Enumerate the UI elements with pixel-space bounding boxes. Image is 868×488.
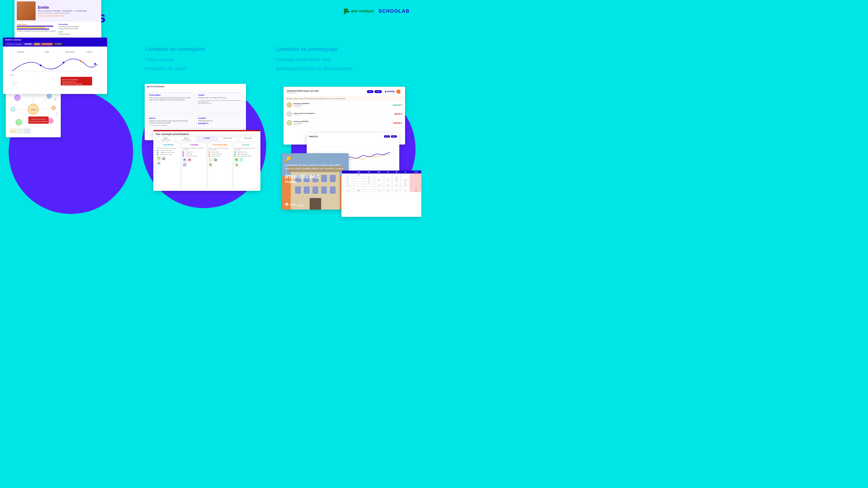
svg-text:Timeline: Timeline [9,74,15,76]
col-header-1: 144 [364,170,374,174]
card-spreadsheet: 232 144 160 80 80 60 Final 14 14 [341,170,421,217]
svg-text:Plan: Plan [26,131,29,132]
svg-rect-96 [310,198,321,209]
col-item-conception-0: Fiches concept [145,56,276,62]
tier-2: TIER 2 low feasibility [176,136,196,142]
svg-point-8 [63,62,64,63]
trans-row-0: Benjamin BARUCH ref: 1234/789 10 fév 202… [283,101,405,109]
svg-text:Costs: Costs [11,131,14,132]
svg-rect-57 [28,117,49,124]
svg-line-38 [38,98,48,106]
col-header-2: 160 [374,170,384,174]
col-item-conception-1: Proposition de valeur [145,65,276,71]
table-row: Page 5 8 5 14 [342,184,422,187]
svg-rect-4 [348,11,349,12]
persona-tag: THE SUCCESSFUL BUSINESSWOMAN [38,12,99,14]
journey-title: Emilie's Journey [5,39,21,41]
card-prioritization: Our concepts prioritization TIER 1 high … [153,130,260,191]
table-row: 7 [342,187,422,189]
taste-item-1: 1 - Varied usages [209,151,231,153]
col-header-0: 232 [353,170,364,174]
svg-text:Auth: Auth [18,122,20,123]
svg-rect-94 [330,187,336,194]
svg-text:OIKOS: OIKOS [289,203,296,205]
svg-text:Central: Central [31,109,36,110]
svg-text:WORK: WORK [45,52,50,53]
svg-text:BEFORE USE A SUPPORT: BEFORE USE A SUPPORT [31,119,46,120]
positioning-title: POSITIONNING: [150,86,165,88]
card-investment: 🔑 Investissez de façon avisée et pilotez… [282,153,349,209]
svg-text:UNDERSTOOD & ACCOMPANIED: UNDERSTOOD & ACCOMPANIED [62,84,82,85]
bnp-logo: BNP PARIBAS [344,9,374,14]
chart-btn-2021[interactable]: 2021 [384,135,390,138]
trans-jan-btn[interactable]: JAN [367,90,374,93]
svg-line-41 [38,109,52,109]
bnp-text: BNP PARIBAS [351,10,374,13]
incubator-item-2: 2 - Challenge for future of food [157,152,179,153]
taste-item-3: 3 - Saveurs locales [209,155,231,157]
svg-point-34 [52,106,56,110]
column-conception: Livrables de conception Fiches concept P… [145,46,276,74]
trans-amount-0: +1200.00 € [392,104,402,106]
prio-title: Our concepts prioritization [153,131,260,136]
table-row: Page 4 4 [342,176,422,179]
chart-title: PROFITS [309,136,318,138]
trans-row-1: Taxes ordures ménagères 08 fév 2022 -150… [283,109,405,119]
trans-avatar-0 [286,102,292,108]
svg-text:MORNING: MORNING [18,52,24,53]
tier-long-term: LONG TERM [218,136,238,142]
invest-tagline: Investissez de façon avisée et pilotez s… [285,164,346,170]
table-row: future 24 4 5 1 2 14 [342,189,422,192]
taste-item-2: 2 - Saveurs du lointain [209,153,231,155]
algae-item-3: 3 - Algae alternative experience [235,155,257,157]
algae-item-2: 2 - Algae fancy ingredient [235,153,257,155]
trans-avatar-2 [286,120,292,126]
concept-hyphen: #2 HYPHEN Contribute to and facilitate f… [181,143,206,189]
col-header-3: 80 [384,170,392,174]
hyphen-item-1: 1 - Forgotten fish [183,151,205,153]
svg-text:THAT MAKE HER FEEL: THAT MAKE HER FEEL [62,82,76,83]
tier-excluded: EXCLUDED [238,136,258,142]
hyphen-item-3: 3 - Fish market circularity [183,155,205,157]
svg-rect-2 [344,11,346,12]
table-row: Page 4 8 [342,182,422,184]
concept-algae: #4 ALGAE Transform consumption habits an… [233,143,258,189]
svg-text:AFTER WORK: AFTER WORK [65,52,75,53]
concept-incubator: #1 INCUBATOR Federate and catalyse the e… [156,143,181,189]
chart-btn-2022[interactable]: 2022 [391,135,397,138]
trans-avatar-1 [286,111,292,117]
svg-text:DB: DB [50,120,52,122]
persona-name: Emilie [38,5,99,9]
incubator-item-3: 3 - Production as a service [157,154,179,155]
table-row: 14 14 [342,174,422,176]
col-item-prototypage-1: Backlog priorisé pour le développement [276,65,407,71]
svg-rect-92 [312,187,318,194]
trans-amount-2: -1150.00 € [393,122,402,124]
bnp-icon [344,9,349,14]
svg-point-35 [11,107,15,111]
col-header-4: 80 [392,170,401,174]
col-item-prototypage-0: Prototype haute fidélité testé [276,56,407,62]
card-journey: Emilie's Journey STAGES OF JOURNEY MORNI… [3,38,107,94]
svg-point-46 [56,112,58,115]
svg-rect-5 [344,13,346,14]
invest-cta: Investissez. [285,172,346,180]
svg-text:Tax: Tax [20,131,21,132]
col-title-prototypage: Livrables de prototypage [276,46,407,52]
trans-year-btn[interactable]: 2022 [374,90,382,93]
svg-text:AT NIGHT: AT NIGHT [86,52,93,53]
proof-text: Prediction quality wheather & pollen, da… [149,120,192,124]
spreadsheet-table: 232 144 160 80 80 60 Final 14 14 [341,170,421,192]
svg-text:UNDERSTOOD & ACCOMPANIED: UNDERSTOOD & ACCOMPANIED [30,121,48,122]
positioning-text: MYA is the only smart personalized assis… [149,97,192,101]
top-logos: BNP PARIBAS SCHOOLAB [344,9,410,14]
trans-notif: 1 [396,90,400,94]
journey-svg: Timeline MORNING WORK AFTER WORK AT NIGH… [5,48,105,94]
persona-info: Emilie 34 yo, Business Manager - Montpel… [38,5,99,17]
trans-row-2: François AROUET ref: 1234/789 08 fév 202… [283,119,405,128]
svg-rect-90 [295,187,301,194]
svg-text:API: API [48,96,50,97]
invest-logo: O OIKOS OIKOS [285,203,304,207]
col-title-conception: Livrables de conception [145,46,276,52]
svg-text:BEFORE USE A SUPPORT: BEFORE USE A SUPPORT [62,79,78,80]
